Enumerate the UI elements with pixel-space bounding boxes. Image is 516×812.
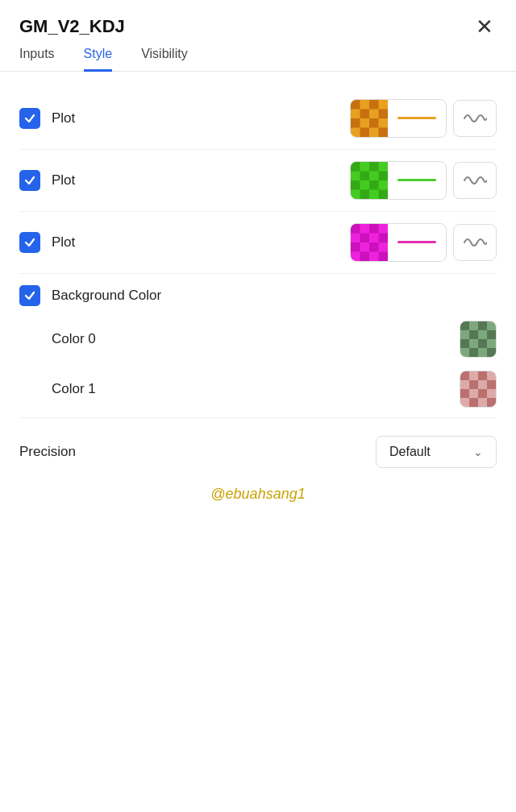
svg-rect-1 xyxy=(351,100,360,110)
svg-rect-17 xyxy=(379,189,389,199)
svg-rect-2 xyxy=(369,100,379,110)
tabs-bar: Inputs Style Visibility xyxy=(0,47,516,72)
svg-rect-41 xyxy=(460,389,469,398)
watermark-text: @ebuahsang1 xyxy=(210,486,305,502)
plot-3-controls xyxy=(350,223,497,262)
svg-rect-11 xyxy=(369,162,379,172)
svg-rect-42 xyxy=(478,389,487,398)
svg-rect-19 xyxy=(351,224,360,234)
svg-rect-13 xyxy=(379,171,389,180)
plot-2-wave-button[interactable] xyxy=(453,162,497,199)
plot-2-line xyxy=(397,179,436,181)
tab-style[interactable]: Style xyxy=(84,47,113,72)
svg-rect-35 xyxy=(487,348,496,357)
plot-1-color-line[interactable] xyxy=(350,99,447,138)
panel-title: GM_V2_KDJ xyxy=(19,16,125,37)
svg-rect-5 xyxy=(351,118,360,128)
color-0-label: Color 0 xyxy=(52,331,96,347)
plot-3-line xyxy=(397,241,436,243)
close-button[interactable]: ✕ xyxy=(472,16,497,37)
divider-1 xyxy=(19,149,497,150)
plot-2-checkbox[interactable] xyxy=(19,170,40,191)
svg-rect-22 xyxy=(379,233,389,242)
precision-row: Precision Default ⌄ xyxy=(19,421,497,476)
color-1-checker-svg xyxy=(460,371,496,407)
color-0-swatch[interactable] xyxy=(460,321,497,358)
svg-rect-14 xyxy=(351,180,360,190)
svg-rect-10 xyxy=(351,162,360,172)
svg-rect-23 xyxy=(351,242,360,252)
svg-rect-6 xyxy=(369,118,379,128)
svg-rect-43 xyxy=(469,398,478,407)
svg-rect-34 xyxy=(469,348,478,357)
plot-3-color-swatch xyxy=(351,224,388,261)
plot-3-checkbox[interactable] xyxy=(19,232,40,253)
color-1-label: Color 1 xyxy=(52,381,96,397)
plot-3-checker-svg xyxy=(351,224,388,261)
svg-rect-31 xyxy=(487,330,496,339)
plot-2-controls xyxy=(350,161,497,200)
svg-rect-24 xyxy=(369,242,379,252)
svg-rect-39 xyxy=(469,380,478,389)
svg-rect-28 xyxy=(460,321,469,330)
watermark: @ebuahsang1 xyxy=(19,476,497,519)
svg-rect-21 xyxy=(360,233,370,242)
svg-rect-8 xyxy=(379,127,389,137)
plot-2-checker-svg xyxy=(351,162,388,199)
plot-2-label: Plot xyxy=(52,172,75,188)
plot-2-color-line[interactable] xyxy=(350,161,447,200)
plot-1-wave-button[interactable] xyxy=(453,100,497,137)
precision-value: Default xyxy=(389,445,431,459)
plot-3-label: Plot xyxy=(52,234,75,251)
svg-rect-12 xyxy=(360,171,370,180)
color-1-swatch[interactable] xyxy=(460,371,497,408)
plot-row-1: Plot xyxy=(19,91,497,146)
tab-visibility[interactable]: Visibility xyxy=(141,47,188,72)
svg-rect-37 xyxy=(460,371,469,380)
plot-1-color-swatch xyxy=(351,100,388,137)
header: GM_V2_KDJ ✕ xyxy=(0,0,516,47)
bg-color-label: Background Color xyxy=(52,288,161,304)
color-0-row: Color 0 xyxy=(19,314,497,364)
content-area: Plot xyxy=(0,72,516,813)
svg-rect-33 xyxy=(478,339,487,348)
plot-1-checkbox[interactable] xyxy=(19,108,40,129)
svg-rect-7 xyxy=(360,127,370,137)
plot-1-checker-svg xyxy=(351,100,388,137)
plot-2-color-swatch xyxy=(351,162,388,199)
plot-1-line xyxy=(397,117,436,119)
svg-rect-20 xyxy=(369,224,379,234)
background-color-row: Background Color xyxy=(19,277,497,314)
plot-3-wave-button[interactable] xyxy=(453,224,497,261)
plot-1-label: Plot xyxy=(52,110,75,126)
svg-rect-44 xyxy=(487,398,496,407)
divider-2 xyxy=(19,211,497,212)
svg-rect-3 xyxy=(360,109,370,118)
plot-row-2: Plot xyxy=(19,153,497,208)
svg-rect-38 xyxy=(478,371,487,380)
color-1-row: Color 1 xyxy=(19,364,497,414)
svg-rect-26 xyxy=(379,251,389,261)
svg-rect-30 xyxy=(469,330,478,339)
panel: GM_V2_KDJ ✕ Inputs Style Visibility Plot xyxy=(0,0,516,812)
svg-rect-4 xyxy=(379,109,389,118)
color-0-checker-svg xyxy=(460,321,496,357)
bg-color-checkbox[interactable] xyxy=(19,285,40,306)
plot-3-color-line[interactable] xyxy=(350,223,447,262)
divider-3 xyxy=(19,273,497,274)
plot-1-controls xyxy=(350,99,497,138)
svg-rect-15 xyxy=(369,180,379,190)
svg-rect-16 xyxy=(360,189,370,199)
chevron-down-icon: ⌄ xyxy=(473,445,483,458)
svg-rect-40 xyxy=(487,380,496,389)
precision-label: Precision xyxy=(19,444,76,460)
divider-4 xyxy=(19,417,497,418)
plot-row-3: Plot xyxy=(19,215,497,270)
tab-inputs[interactable]: Inputs xyxy=(19,47,55,72)
svg-rect-25 xyxy=(360,251,370,261)
precision-select[interactable]: Default ⌄ xyxy=(376,436,497,468)
svg-rect-29 xyxy=(478,321,487,330)
svg-rect-32 xyxy=(460,339,469,348)
